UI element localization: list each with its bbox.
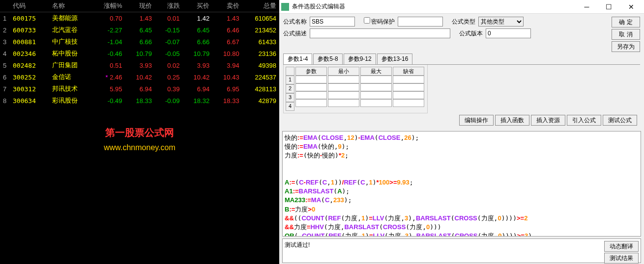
- test-button[interactable]: 测试公式: [603, 115, 637, 126]
- param-cell[interactable]: [295, 83, 327, 91]
- input-name[interactable]: [310, 17, 355, 26]
- cancel-button[interactable]: 取 消: [612, 29, 640, 40]
- stock-row[interactable]: 7300312邦讯技术5.956.940.396.946.95428113: [0, 83, 279, 95]
- col-header[interactable]: 涨幅%: [92, 0, 125, 12]
- insert-fn-button[interactable]: 插入函数: [495, 115, 529, 126]
- stock-panel: 代码名称涨幅%现价涨跌买价卖价总量 1600175美都能源0.701.430.0…: [0, 0, 279, 264]
- app-icon: [281, 3, 289, 11]
- tab-1[interactable]: 参数5-8: [313, 53, 342, 64]
- param-cell[interactable]: [295, 76, 327, 83]
- result-text: 测试通过!: [285, 241, 604, 261]
- stock-table: 代码名称涨幅%现价涨跌买价卖价总量 1600175美都能源0.701.430.0…: [0, 0, 279, 106]
- input-pwd[interactable]: [398, 17, 443, 26]
- tab-3[interactable]: 参数13-16: [377, 53, 413, 64]
- maximize-button[interactable]: ☐: [598, 0, 620, 14]
- col-header[interactable]: [0, 0, 10, 12]
- test-result-button[interactable]: 测试结果: [604, 253, 639, 264]
- stock-row[interactable]: 6300252金信诺* 2.4610.420.2510.4210.4322453…: [0, 71, 279, 83]
- param-cell[interactable]: [360, 99, 392, 107]
- close-button[interactable]: ✕: [620, 0, 642, 14]
- col-header[interactable]: 涨跌: [155, 0, 183, 12]
- param-cell[interactable]: [393, 99, 424, 107]
- result-area: 测试通过! 动态翻译 测试结果: [282, 238, 641, 263]
- label-type: 公式类型: [452, 18, 475, 26]
- stock-row[interactable]: 2600733北汽蓝谷-2.276.45-0.156.456.46213452: [0, 24, 279, 36]
- window-title: 条件选股公式编辑器: [292, 2, 576, 11]
- tab-0[interactable]: 参数1-4: [283, 53, 312, 64]
- checkbox-pwd[interactable]: [364, 17, 370, 24]
- col-header[interactable]: 代码: [10, 0, 49, 12]
- label-desc: 公式描述: [283, 29, 307, 38]
- code-editor[interactable]: 快的:=EMA(CLOSE,12)-EMA(CLOSE,26); 慢的:=EMA…: [282, 131, 641, 237]
- param-cell[interactable]: [295, 99, 327, 107]
- watermark-url: www.chnmoney.com: [0, 143, 279, 152]
- import-button[interactable]: 引入公式: [567, 115, 601, 126]
- watermark-title: 第一股票公式网: [0, 126, 279, 139]
- edit-ops-button[interactable]: 编辑操作: [459, 115, 494, 126]
- param-cell[interactable]: [360, 76, 392, 83]
- label-name: 公式名称: [283, 18, 307, 26]
- param-cell[interactable]: [295, 91, 327, 99]
- col-header[interactable]: 买价: [183, 0, 213, 12]
- param-grid: 1234参数最小最大缺省: [283, 65, 428, 113]
- select-type[interactable]: 其他类型: [478, 17, 524, 26]
- stock-row[interactable]: 1600175美都能源0.701.430.011.421.43610654: [0, 12, 279, 25]
- form-area: 公式名称 密码保护 公式类型 其他类型 公式描述 公式版本 确 定 取 消 另存…: [279, 14, 644, 130]
- param-cell[interactable]: [360, 91, 392, 99]
- col-header[interactable]: 总量: [242, 0, 279, 12]
- param-cell[interactable]: [328, 99, 359, 107]
- stock-row[interactable]: 4002346柘中股份-0.4610.79-0.0510.7910.802313…: [0, 48, 279, 59]
- param-cell[interactable]: [328, 91, 359, 99]
- stock-row[interactable]: 3000881中广核技-1.046.66-0.076.666.6761433: [0, 36, 279, 48]
- stock-row[interactable]: 8300634彩讯股份-0.4918.33-0.0918.3218.334287…: [0, 95, 279, 106]
- col-header[interactable]: 卖价: [212, 0, 242, 12]
- insert-res-button[interactable]: 插入资源: [531, 115, 565, 126]
- titlebar: 条件选股公式编辑器 ─ ☐ ✕: [279, 0, 644, 14]
- param-cell[interactable]: [393, 83, 424, 91]
- input-desc[interactable]: [310, 28, 450, 38]
- param-cell[interactable]: [328, 76, 359, 83]
- col-header[interactable]: 名称: [49, 0, 92, 12]
- param-cell[interactable]: [328, 83, 359, 91]
- stock-row[interactable]: 5002482广田集团0.513.930.023.933.9449398: [0, 59, 279, 71]
- dyn-translate-button[interactable]: 动态翻译: [604, 241, 639, 252]
- ok-button[interactable]: 确 定: [612, 17, 640, 27]
- code-toolbar: 编辑操作 插入函数 插入资源 引入公式 测试公式: [283, 113, 640, 127]
- watermark: 第一股票公式网 www.chnmoney.com: [0, 126, 279, 152]
- param-cell[interactable]: [393, 91, 424, 99]
- param-cell[interactable]: [393, 76, 424, 83]
- formula-editor-window: 条件选股公式编辑器 ─ ☐ ✕ 公式名称 密码保护 公式类型 其他类型 公式描述: [279, 0, 644, 264]
- minimize-button[interactable]: ─: [576, 0, 598, 14]
- param-tabs: 参数1-4参数5-8参数9-12参数13-16: [283, 53, 640, 65]
- param-cell[interactable]: [360, 83, 392, 91]
- tab-2[interactable]: 参数9-12: [344, 53, 376, 64]
- input-ver[interactable]: [486, 28, 531, 38]
- label-ver: 公式版本: [459, 29, 483, 38]
- label-pwd: 密码保护: [371, 18, 395, 25]
- col-header[interactable]: 现价: [125, 0, 155, 12]
- saveas-button[interactable]: 另存为: [612, 41, 640, 52]
